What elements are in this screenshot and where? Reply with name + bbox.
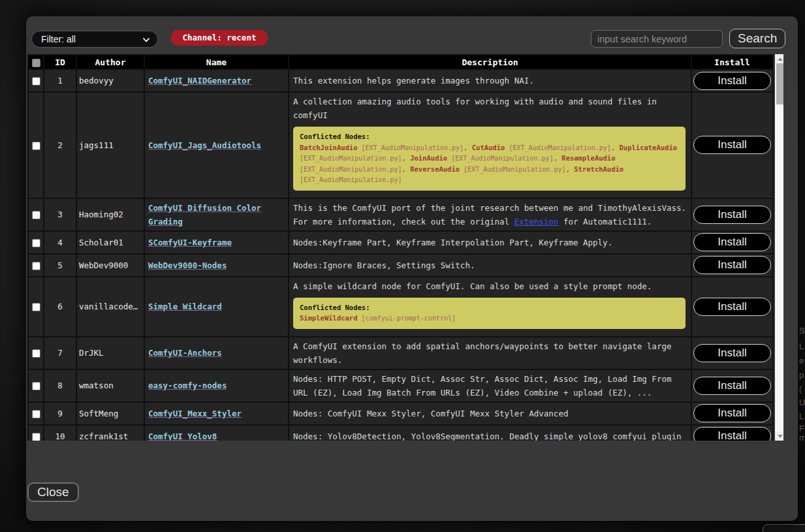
table-scrollbar[interactable] <box>775 54 783 441</box>
separator: , <box>464 144 472 151</box>
extension-name-link[interactable]: SComfyUI-Keyframe <box>148 238 232 247</box>
conflicted-nodes-warning: Conflicted Nodes:BatchJoinAudio [EXT_Aud… <box>293 127 686 191</box>
row-checkbox[interactable] <box>32 349 40 358</box>
install-button[interactable]: Install <box>693 427 771 441</box>
row-author: SoftMeng <box>76 402 144 425</box>
description-text: A ComfyUI extension to add spatial ancho… <box>293 341 671 365</box>
install-button[interactable]: Install <box>693 344 771 362</box>
row-description: Nodes: Yolov8Detection, Yolov8Segmentati… <box>289 425 691 441</box>
row-checkbox[interactable] <box>32 142 40 150</box>
description-text: Nodes:Ignore Braces, Settings Switch. <box>293 260 475 270</box>
description-text: A collection amazing audio tools for wor… <box>293 97 657 120</box>
row-description: A collection amazing audio tools for wor… <box>289 92 691 198</box>
row-id: 3 <box>44 198 76 231</box>
conflicted-node-name: JoinAudio <box>410 154 447 162</box>
row-id: 4 <box>44 231 76 254</box>
extension-name-link[interactable]: ComfyUI_NAIDGenerator <box>148 76 251 86</box>
background-glyph: p <box>799 371 804 379</box>
row-checkbox[interactable] <box>32 410 40 418</box>
row-select-cell <box>28 231 44 254</box>
separator: , <box>566 165 575 173</box>
extension-name-link[interactable]: Simple Wildcard <box>148 302 222 311</box>
row-checkbox[interactable] <box>32 77 40 86</box>
extension-name-link[interactable]: ComfyUI Diffusion Color Grading <box>148 203 261 227</box>
table-row: 6vanillacode314Simple WildcardA simple w… <box>28 277 773 337</box>
table-row: 8wmatsoneasy-comfy-nodesNodes: HTTP POST… <box>28 369 773 402</box>
row-install-cell: Install <box>691 69 773 92</box>
row-id: 9 <box>44 402 76 425</box>
row-select-cell <box>28 254 44 277</box>
row-id: 6 <box>44 277 76 337</box>
conflicted-node-source: [EXT_AudioManipulation.py] <box>447 155 554 162</box>
close-button[interactable]: Close <box>27 482 79 502</box>
description-text: Nodes: HTTP POST, Empty Dict, Assoc Str,… <box>293 374 671 398</box>
extension-name-link[interactable]: ComfyUI_Mexx_Styler <box>148 409 242 418</box>
install-button[interactable]: Install <box>693 298 771 316</box>
row-install-cell: Install <box>691 369 773 402</box>
description-text: for Automatic1111. <box>558 217 652 227</box>
install-button[interactable]: Install <box>693 136 771 154</box>
row-checkbox[interactable] <box>32 303 40 311</box>
table-row: 9SoftMengComfyUI_Mexx_StylerNodes: Comfy… <box>28 402 773 425</box>
row-checkbox[interactable] <box>32 262 40 270</box>
row-description: A ComfyUI extension to add spatial ancho… <box>289 337 691 369</box>
row-id: 2 <box>44 92 76 198</box>
extension-name-link[interactable]: ComfyUI-Anchors <box>148 348 222 358</box>
install-button[interactable]: Install <box>693 233 771 251</box>
row-id: 5 <box>44 254 76 277</box>
select-all-checkbox[interactable] <box>32 59 40 67</box>
conflicted-node-source: [EXT_AudioManipulation.py] <box>358 144 464 151</box>
description-link[interactable]: Extension <box>514 217 559 227</box>
row-checkbox[interactable] <box>32 433 40 441</box>
row-author: Scholar01 <box>76 231 144 254</box>
header-name: Name <box>144 55 289 69</box>
row-install-cell: Install <box>691 337 773 369</box>
channel-badge[interactable]: Channel: recent <box>171 30 268 46</box>
background-partial-button <box>763 524 805 532</box>
row-checkbox[interactable] <box>32 211 40 219</box>
scroll-up-button[interactable] <box>775 54 783 63</box>
table-row: 5WebDev9000WebDev9000-NodesNodes:Ignore … <box>28 254 773 277</box>
row-author: zcfrank1st <box>76 425 144 441</box>
row-name-cell: ComfyUI_NAIDGenerator <box>144 69 289 92</box>
search-button[interactable]: Search <box>729 29 785 48</box>
search-input[interactable] <box>591 30 723 48</box>
row-author: WebDev9000 <box>76 254 144 277</box>
row-name-cell: ComfyUI_Mexx_Styler <box>144 402 289 425</box>
conflicted-nodes-warning: Conflicted Nodes:SimpleWildcard [comfyui… <box>293 298 686 329</box>
install-button[interactable]: Install <box>693 72 771 90</box>
extension-name-link[interactable]: ComfyUI_Jags_Audiotools <box>148 140 261 150</box>
background-glyph: L <box>799 342 804 351</box>
extension-name-link[interactable]: WebDev9000-Nodes <box>148 260 227 270</box>
extension-name-link[interactable]: ComfyUI Yolov8 <box>148 431 217 441</box>
row-name-cell: WebDev9000-Nodes <box>144 254 289 277</box>
row-name-cell: easy-comfy-nodes <box>144 369 289 402</box>
header-author: Author <box>76 55 144 69</box>
extensions-table-wrap: ID Author Name Description Install 1bedo… <box>27 54 783 441</box>
row-checkbox[interactable] <box>32 239 40 247</box>
install-button[interactable]: Install <box>693 206 771 224</box>
row-name-cell: SComfyUI-Keyframe <box>144 231 289 254</box>
background-glyph: F <box>799 424 804 433</box>
row-select-cell <box>28 369 44 402</box>
row-description: Nodes:Keyframe Part, Keyframe Interpolat… <box>289 231 691 254</box>
background-glyph: ( <box>799 384 802 393</box>
row-select-cell <box>28 277 44 337</box>
extension-name-link[interactable]: easy-comfy-nodes <box>148 381 227 390</box>
chevron-down-icon <box>142 36 150 44</box>
install-button[interactable]: Install <box>693 404 771 422</box>
row-author: bedovyy <box>76 69 144 92</box>
row-checkbox[interactable] <box>32 382 40 390</box>
conflicted-node-source: [EXT_AudioManipulation.py] <box>300 155 402 162</box>
install-button[interactable]: Install <box>693 377 771 395</box>
row-install-cell: Install <box>691 277 773 337</box>
filter-select[interactable]: Filter: all <box>31 31 158 48</box>
install-button[interactable]: Install <box>693 256 771 274</box>
background-glyph: e <box>799 356 804 365</box>
row-author: vanillacode314 <box>76 277 144 337</box>
table-row: 3Haoming02ComfyUI Diffusion Color Gradin… <box>28 198 773 231</box>
scrollbar-thumb[interactable] <box>776 63 783 104</box>
row-description: Nodes:Ignore Braces, Settings Switch. <box>289 254 691 277</box>
conflicted-nodes-list: BatchJoinAudio [EXT_AudioManipulation.py… <box>300 142 679 185</box>
scroll-down-button[interactable] <box>775 431 783 441</box>
